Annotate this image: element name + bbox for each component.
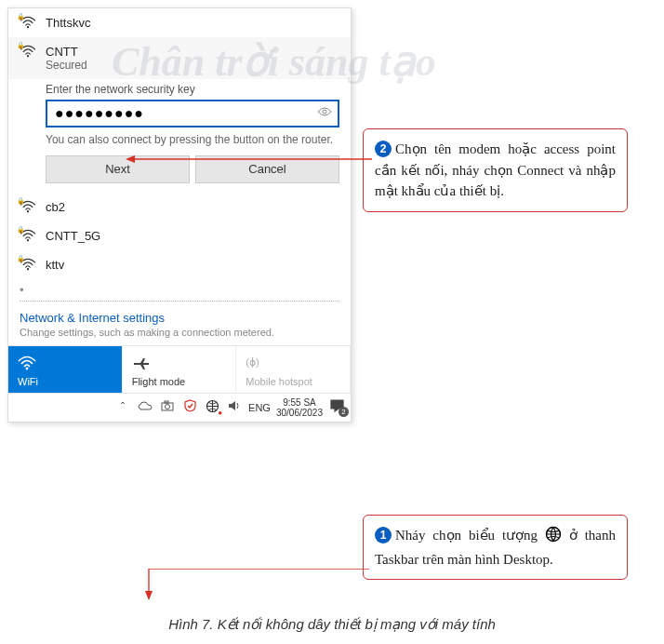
flight-mode-tile[interactable]: Flight mode	[123, 346, 237, 393]
network-name: CNTT	[46, 45, 339, 59]
security-icon[interactable]	[181, 399, 198, 415]
network-settings-link[interactable]: Network & Internet settings Change setti…	[8, 302, 351, 345]
more-indicator: •	[8, 279, 351, 301]
airplane-icon	[132, 354, 227, 372]
globe-icon	[545, 526, 562, 549]
volume-icon[interactable]	[226, 400, 243, 414]
step-number: 1	[375, 527, 392, 543]
svg-point-6	[26, 367, 29, 369]
callout-text: Chọn tên modem hoặc access point cần kết…	[375, 141, 616, 198]
settings-subtitle: Change settings, such as making a connec…	[20, 327, 339, 338]
svg-point-8	[166, 405, 170, 409]
reveal-password-icon[interactable]	[317, 105, 332, 120]
network-item-active[interactable]: 🔒 CNTT Secured	[8, 37, 351, 79]
network-status: Secured	[46, 59, 339, 72]
callout-step-1: 1Nháy chọn biểu tượng ở thanh Taskbar tr…	[363, 515, 628, 580]
tile-label: Mobile hotspot	[246, 376, 340, 387]
wifi-secured-icon: 🔒	[20, 200, 36, 213]
network-globe-icon[interactable]: ●	[204, 399, 220, 416]
notification-badge: 2	[339, 407, 349, 417]
network-item[interactable]: 🔒 kttv	[8, 250, 351, 279]
next-button[interactable]: Next	[46, 155, 190, 183]
camera-icon[interactable]	[159, 400, 176, 414]
settings-title: Network & Internet settings	[20, 311, 339, 325]
figure-caption: Hình 7. Kết nối không dây thiết bị mạng …	[0, 616, 664, 633]
svg-point-3	[27, 210, 29, 212]
wifi-flyout-panel: 🔒 Thttskvc 🔒 CNTT Secured Enter the netw…	[7, 7, 352, 423]
step-number: 2	[375, 141, 392, 157]
callout-step-2: 2Chọn tên modem hoặc access point cần kế…	[363, 128, 628, 212]
network-name: kttv	[46, 258, 339, 272]
wifi-tile[interactable]: WiFi	[8, 346, 123, 393]
network-name: cb2	[46, 200, 339, 214]
notification-icon[interactable]: 2	[328, 399, 345, 415]
wifi-icon	[18, 354, 113, 372]
callouts-column: 2Chọn tên modem hoặc access point cần kế…	[363, 7, 657, 423]
svg-point-0	[27, 26, 29, 28]
svg-rect-9	[165, 401, 168, 403]
main-container: 🔒 Thttskvc 🔒 CNTT Secured Enter the netw…	[0, 0, 664, 430]
tray-chevron-icon[interactable]: ˆ	[114, 401, 131, 414]
password-input[interactable]	[46, 100, 339, 127]
action-tiles: WiFi Flight mode (ɸ) Mobile hotspot	[8, 345, 351, 393]
svg-point-1	[27, 55, 29, 57]
wifi-secured-icon: 🔒	[20, 45, 36, 58]
svg-point-2	[323, 110, 326, 114]
network-name: Thttskvc	[46, 16, 339, 30]
arrow-to-taskbar	[141, 569, 374, 606]
callout-text-a: Nháy chọn biểu tượng	[395, 528, 545, 543]
tile-label: Flight mode	[132, 376, 227, 387]
connect-block: Enter the network security key You can a…	[8, 79, 351, 193]
taskbar: ˆ ● ENG 9:55 SA 30/06/2023	[8, 393, 351, 422]
hotspot-icon: (ɸ)	[246, 354, 340, 372]
network-item[interactable]: 🔒 cb2	[8, 193, 351, 221]
network-name: CNTT_5G	[46, 229, 339, 243]
wifi-secured-icon: 🔒	[20, 258, 36, 271]
network-item[interactable]: 🔒 Thttskvc	[8, 8, 351, 37]
onedrive-icon[interactable]	[137, 401, 153, 414]
svg-point-4	[27, 239, 29, 241]
network-item[interactable]: 🔒 CNTT_5G	[8, 221, 351, 250]
tile-label: WiFi	[18, 376, 113, 387]
hotspot-tile[interactable]: (ɸ) Mobile hotspot	[236, 346, 351, 393]
password-prompt: Enter the network security key	[46, 83, 339, 96]
cancel-button[interactable]: Cancel	[195, 155, 339, 183]
svg-point-5	[27, 268, 29, 270]
wifi-secured-icon: 🔒	[20, 229, 36, 242]
language-indicator[interactable]: ENG	[248, 402, 271, 413]
svg-marker-14	[145, 591, 153, 600]
clock[interactable]: 9:55 SA 30/06/2023	[276, 397, 323, 418]
router-hint: You can also connect by pressing the but…	[46, 133, 339, 148]
wifi-secured-icon: 🔒	[20, 16, 36, 29]
